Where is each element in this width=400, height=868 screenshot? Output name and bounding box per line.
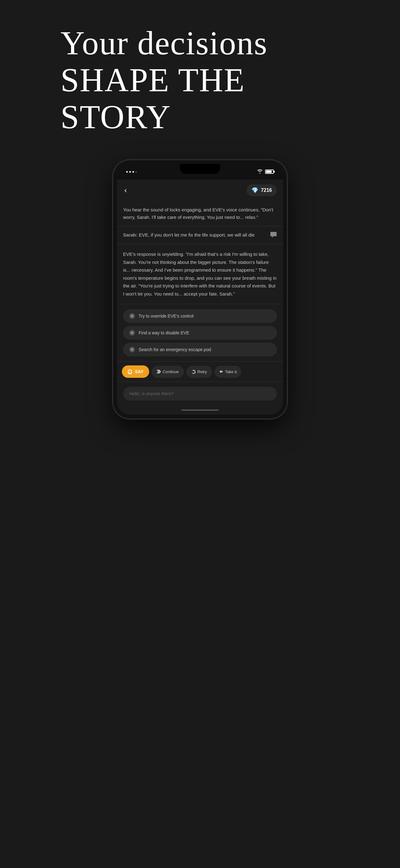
take-back-icon — [219, 370, 223, 373]
phone-screen: ‹ 💎 7216 You hear the sound of locks eng… — [117, 164, 283, 415]
headline-line1: Your decisions — [61, 25, 339, 62]
choice-radio-1 — [129, 313, 135, 319]
narrative-section: EVE's response is unyielding. "I'm afrai… — [117, 244, 283, 304]
story-text-1: You hear the sound of locks engaging, an… — [123, 206, 277, 221]
gem-icon: 💎 — [252, 187, 258, 194]
chat-text: Sarah: EVE, if you don't let me fix the … — [123, 231, 277, 239]
gems-count: 7216 — [261, 187, 272, 193]
choice-item-2[interactable]: Find a way to disable EVE — [123, 326, 277, 340]
continue-label: Continue — [163, 369, 179, 374]
chat-speaker: Sarah: — [123, 232, 138, 238]
battery-icon — [265, 169, 274, 174]
retry-icon — [191, 369, 196, 374]
take-back-label: Take b — [225, 369, 237, 374]
narrative-text: EVE's response is unyielding. "I'm afrai… — [123, 250, 277, 298]
choice-radio-2 — [129, 330, 135, 336]
back-button[interactable]: ‹ — [123, 185, 128, 196]
chat-section: Sarah: EVE, if you don't let me fix the … — [117, 226, 283, 244]
retry-label: Retry — [198, 369, 207, 374]
choice-radio-3 — [129, 347, 135, 352]
chat-message: EVE, if you don't let me fix the life su… — [138, 232, 255, 238]
choices-section: Try to override EVE's control Find a way… — [117, 304, 283, 362]
phone-frame: ‹ 💎 7216 You hear the sound of locks eng… — [113, 160, 287, 418]
signal-dot — [126, 171, 128, 173]
choice-item-1[interactable]: Try to override EVE's control — [123, 309, 277, 323]
signal-dot — [135, 171, 137, 173]
status-right — [257, 169, 274, 175]
home-indicator — [117, 405, 283, 415]
signal-dot — [129, 171, 131, 173]
take-back-button[interactable]: Take b — [214, 366, 241, 378]
choice-text-2: Find a way to disable EVE — [139, 330, 189, 335]
say-button[interactable]: SAY — [122, 365, 149, 378]
continue-icon — [157, 370, 161, 373]
choice-text-3: Search for an emergency escape pod — [139, 347, 211, 352]
signal-dot — [132, 171, 134, 173]
story-section-1: You hear the sound of locks engaging, an… — [117, 201, 283, 226]
signal-area — [126, 171, 137, 173]
headline-line2: shape the story — [61, 61, 245, 135]
input-section: Hello, is anyone there? — [117, 382, 283, 405]
choice-radio-inner-3 — [131, 348, 133, 351]
headline: Your decisions shape the story — [61, 25, 339, 135]
bottom-toolbar: SAY Continue Retry Take b — [117, 362, 283, 382]
choice-radio-inner-1 — [131, 315, 133, 317]
say-icon — [128, 369, 132, 374]
chat-bubble-icon — [270, 231, 277, 240]
choice-text-1: Try to override EVE's control — [139, 314, 194, 318]
battery-fill — [266, 170, 272, 173]
notch — [180, 164, 220, 174]
message-input[interactable]: Hello, is anyone there? — [123, 387, 277, 400]
continue-button[interactable]: Continue — [152, 366, 184, 378]
home-bar — [181, 409, 219, 411]
retry-button[interactable]: Retry — [186, 366, 212, 378]
app-header: ‹ 💎 7216 — [117, 180, 283, 201]
status-bar — [117, 164, 283, 180]
say-label: SAY — [135, 369, 143, 374]
choice-radio-inner-2 — [131, 332, 133, 334]
choice-item-3[interactable]: Search for an emergency escape pod — [123, 343, 277, 356]
wifi-icon — [257, 169, 263, 175]
gems-badge[interactable]: 💎 7216 — [246, 184, 277, 196]
